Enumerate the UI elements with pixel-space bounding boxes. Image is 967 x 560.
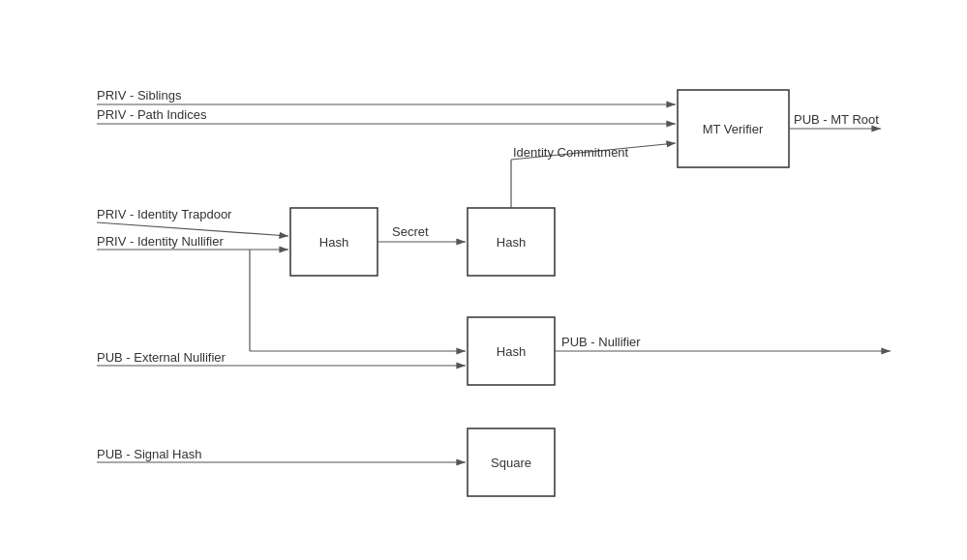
secret-label: Secret [392,224,429,239]
priv-trapdoor-label: PRIV - Identity Trapdoor [97,207,232,221]
pub-signal-hash-label: PUB - Signal Hash [97,447,201,461]
square-label: Square [491,456,531,470]
pub-nullifier-label: PUB - Nullifier [561,335,641,349]
priv-siblings-label: PRIV - Siblings [97,88,182,103]
priv-nullifier-label: PRIV - Identity Nullifier [97,234,224,249]
priv-path-indices-label: PRIV - Path Indices [97,107,207,122]
identity-commitment-label: Identity Commitment [513,145,629,160]
pub-ext-nullifier-label: PUB - External Nullifier [97,350,227,365]
hash3-label: Hash [497,344,526,359]
hash2-label: Hash [497,235,526,250]
mt-verifier-label: MT Verifier [703,122,764,136]
pub-mt-root-label: PUB - MT Root [794,112,879,127]
hash1-label: Hash [319,235,348,250]
